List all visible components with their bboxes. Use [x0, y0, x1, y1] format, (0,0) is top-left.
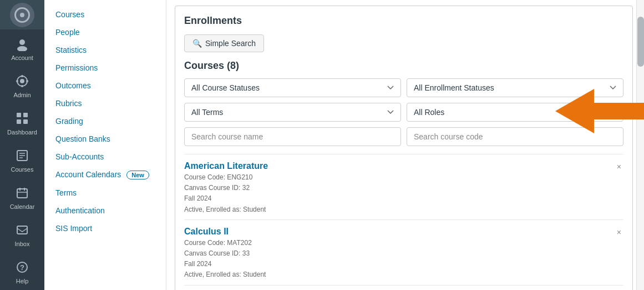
svg-point-3: [20, 79, 24, 83]
svg-rect-8: [17, 113, 21, 117]
secondary-nav: Courses People Statistics Permissions Ou…: [44, 0, 166, 290]
nav-item-courses[interactable]: Courses: [0, 141, 44, 178]
dashboard-icon: [13, 109, 31, 127]
svg-point-6: [16, 80, 18, 82]
terms-filter[interactable]: All Terms: [184, 103, 401, 122]
secondary-nav-grading[interactable]: Grading: [44, 112, 166, 130]
secondary-nav-account-calendars[interactable]: Account Calendars New: [44, 166, 166, 184]
secondary-nav-sis-import[interactable]: SIS Import: [44, 219, 166, 237]
course-name-search[interactable]: [184, 127, 401, 146]
nav-inbox-label: Inbox: [15, 241, 30, 247]
inbox-icon: [13, 221, 31, 239]
courses-heading: Courses (8): [184, 60, 623, 72]
secondary-nav-sub-accounts[interactable]: Sub-Accounts: [44, 148, 166, 166]
nav-calendar-label: Calendar: [10, 203, 35, 210]
courses-icon: [13, 147, 31, 164]
secondary-nav-terms[interactable]: Terms: [44, 184, 166, 202]
nav-admin-label: Admin: [13, 92, 31, 98]
nav-item-account[interactable]: Account: [0, 29, 44, 67]
course-title-calculus-ii[interactable]: Calculus II: [184, 227, 610, 237]
calendar-icon: [13, 184, 31, 202]
secondary-nav-outcomes[interactable]: Outcomes: [44, 77, 166, 94]
enrollment-status-filter[interactable]: All Enrollment Statuses: [407, 78, 623, 97]
course-code-search[interactable]: [407, 127, 623, 146]
secondary-nav-authentication[interactable]: Authentication: [44, 202, 166, 219]
course-details-american-literature: Course Code: ENG210 Canvas Course ID: 32…: [184, 172, 610, 215]
secondary-nav-people[interactable]: People: [44, 23, 166, 41]
svg-rect-9: [23, 113, 28, 117]
svg-point-0: [19, 39, 25, 45]
course-item-calculus-i: Calculus I: [184, 285, 623, 291]
close-calculus-ii-button[interactable]: ×: [617, 228, 621, 237]
admin-icon: [13, 72, 31, 90]
nav-dashboard-label: Dashboard: [7, 129, 37, 136]
secondary-nav-question-banks[interactable]: Question Banks: [44, 130, 166, 148]
secondary-nav-rubrics[interactable]: Rubrics: [44, 94, 166, 112]
course-item-calculus-ii: × Calculus II Course Code: MAT202 Canvas…: [184, 219, 623, 285]
svg-rect-11: [23, 119, 28, 124]
search-row: [184, 127, 623, 146]
help-icon: ?: [13, 258, 31, 276]
nav-item-inbox[interactable]: Inbox: [0, 216, 44, 253]
main-content: Enrollments 🔍 Simple Search Courses (8) …: [166, 0, 644, 290]
nav-courses-label: Courses: [11, 166, 34, 173]
svg-rect-16: [17, 189, 27, 198]
filter-row-2: All Terms All Roles: [184, 103, 623, 122]
account-icon: [13, 35, 31, 53]
simple-search-button[interactable]: 🔍 Simple Search: [184, 34, 264, 52]
nav-item-dashboard[interactable]: Dashboard: [0, 104, 44, 141]
simple-search-label: Simple Search: [205, 39, 256, 48]
secondary-nav-statistics[interactable]: Statistics: [44, 41, 166, 59]
new-badge: New: [126, 171, 149, 179]
roles-filter[interactable]: All Roles: [407, 103, 623, 122]
enrollments-title: Enrollments: [184, 15, 623, 27]
svg-text:?: ?: [20, 263, 24, 272]
svg-rect-10: [17, 119, 21, 124]
svg-point-4: [21, 75, 23, 77]
course-item-american-literature: × American Literature Course Code: ENG21…: [184, 154, 623, 219]
filter-row-1: All Course Statuses All Enrollment Statu…: [184, 78, 623, 97]
app-logo: [0, 0, 44, 29]
nav-help-label: Help: [16, 278, 29, 284]
svg-point-7: [26, 80, 28, 82]
secondary-nav-courses[interactable]: Courses: [44, 6, 166, 23]
svg-rect-20: [17, 226, 27, 234]
course-status-filter[interactable]: All Course Statuses: [184, 78, 401, 97]
secondary-nav-permissions[interactable]: Permissions: [44, 59, 166, 77]
svg-point-5: [21, 85, 23, 87]
enrollments-section: Enrollments 🔍 Simple Search Courses (8) …: [175, 6, 633, 290]
search-icon: 🔍: [192, 39, 202, 48]
nav-item-admin[interactable]: Admin: [0, 67, 44, 104]
left-nav: Account Admin Dashboard: [0, 0, 44, 290]
course-details-calculus-ii: Course Code: MAT202 Canvas Course ID: 33…: [184, 238, 610, 281]
nav-account-label: Account: [11, 54, 33, 61]
close-american-literature-button[interactable]: ×: [617, 162, 621, 171]
svg-point-1: [17, 46, 27, 51]
nav-item-help[interactable]: ? Help: [0, 253, 44, 290]
nav-item-calendar[interactable]: Calendar: [0, 178, 44, 216]
course-title-american-literature[interactable]: American Literature: [184, 161, 610, 171]
